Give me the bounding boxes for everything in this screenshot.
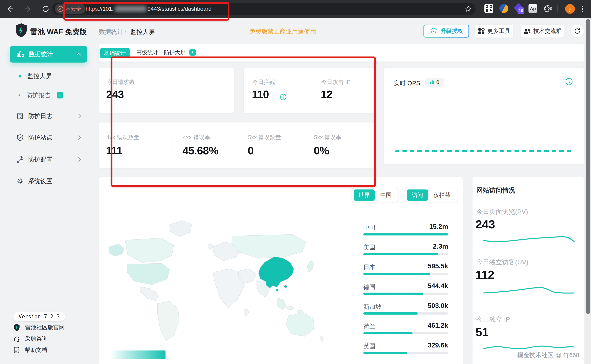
country-value: 2.3m — [433, 242, 448, 250]
gear-icon — [17, 178, 24, 185]
community-label: 技术交流群 — [533, 27, 562, 35]
tab-protection-screen[interactable]: 防护大屏 — [164, 47, 186, 58]
stat-label: 4xx 错误数量 — [106, 134, 139, 141]
stat-label: 今日请求数 — [107, 78, 135, 86]
country-bar-fill — [363, 332, 413, 334]
stat-label: 今日拦截 — [252, 78, 275, 86]
extension-swirl-icon[interactable] — [499, 4, 508, 13]
info-icon[interactable] — [280, 94, 287, 100]
country-row[interactable]: 德国544.4k — [363, 281, 448, 301]
country-row[interactable]: 中国15.2m — [363, 222, 448, 242]
world-map[interactable] — [103, 217, 333, 356]
shield-check-icon — [17, 134, 24, 141]
bookmark-star-icon[interactable] — [465, 5, 472, 13]
sidebar-item-label: 防护日志 — [28, 112, 73, 120]
sidebar-item-protection-report[interactable]: 防护报告 — [10, 88, 87, 102]
country-bar-track — [363, 332, 448, 334]
pro-lightning-badge-icon — [57, 92, 63, 98]
country-row[interactable]: 新加坡503.0k — [363, 301, 448, 321]
sidebar-item-label: 监控大屏 — [27, 72, 52, 80]
country-name: 日本 — [363, 263, 375, 271]
sidebar-item-protected-sites[interactable]: 防护站点 — [10, 130, 87, 145]
sidebar-link-docs[interactable]: 帮助文档 — [13, 344, 94, 356]
stat-label: 今日攻击 IP — [321, 78, 351, 86]
ip-value: 51 — [476, 325, 489, 339]
version-badge: Version 7.2.3 — [13, 312, 65, 321]
mode-toggle: 访问 仅拦截 — [405, 188, 457, 202]
browser-profile-avatar[interactable]: j — [565, 4, 575, 14]
upgrade-license-button[interactable]: 升级授权 — [423, 25, 469, 38]
country-row[interactable]: 日本595.5k — [363, 261, 448, 281]
url-text[interactable]: https://101.9443/statistics/dashboard — [85, 3, 211, 15]
stat-value: 45.68% — [183, 144, 218, 157]
chevron-up-icon — [77, 53, 81, 58]
sidebar-item-protection-logs[interactable]: 防护日志 — [10, 109, 87, 123]
region-toggle-china[interactable]: 中国 — [375, 191, 396, 199]
tab-advanced-stats[interactable]: 高级统计 — [137, 47, 158, 58]
sidebar-item-label: 防护站点 — [28, 134, 73, 142]
uv-label: 今日独立访客(UV) — [476, 258, 528, 267]
more-tools-button[interactable]: 更多工具 — [475, 25, 513, 38]
breadcrumb-page: 监控大屏 — [130, 28, 155, 36]
stat-value: 111 — [106, 144, 122, 157]
region-toggle-world[interactable]: 世界 — [354, 189, 375, 201]
mode-toggle-block-only[interactable]: 仅拦截 — [429, 191, 455, 199]
refresh-button[interactable] — [571, 25, 584, 38]
doc-icon — [13, 347, 20, 353]
uv-sparkline — [482, 282, 575, 295]
country-value: 503.0k — [428, 302, 448, 310]
extension-badge-count: 10 — [518, 7, 524, 14]
breadcrumb-section[interactable]: 数据统计 — [99, 28, 123, 36]
country-bar-track — [363, 253, 448, 255]
country-bar-track — [363, 312, 448, 315]
ip-sparkline — [482, 339, 575, 352]
extension-purple-icon[interactable]: 10 — [514, 4, 522, 11]
country-name: 新加坡 — [363, 303, 381, 311]
tab-basic-stats[interactable]: 基础统计 — [100, 48, 130, 58]
country-value: 544.4k — [428, 282, 448, 290]
country-row[interactable]: 英国329.6k — [363, 341, 448, 360]
sidebar-item-label: 防护配置 — [28, 155, 73, 164]
extensions-puzzle-icon[interactable] — [543, 4, 553, 13]
stat-label: 5xx 错误率 — [314, 134, 341, 141]
extension-qr-icon[interactable] — [484, 4, 493, 13]
browser-toolbar: 不安全 https://101.9443/statistics/dashboar… — [0, 0, 591, 18]
not-secure-label: 不安全 — [66, 6, 81, 13]
scrollbar-thumb[interactable] — [586, 19, 590, 314]
browser-forward-icon[interactable] — [24, 5, 32, 13]
footer-link-label: 帮助文档 — [25, 346, 47, 354]
country-bar-fill — [363, 312, 418, 315]
country-row[interactable]: 美国2.3m — [363, 242, 448, 261]
sidebar-link-purchase[interactable]: 采购咨询 — [13, 333, 94, 344]
country-row[interactable]: 荷兰461.2k — [363, 321, 448, 341]
country-value: 461.2k — [428, 322, 448, 329]
extension-ap-icon[interactable]: Ap — [528, 4, 537, 13]
mode-toggle-visit[interactable]: 访问 — [407, 189, 428, 201]
browser-back-icon[interactable] — [6, 5, 14, 13]
sidebar-item-label: 数据统计 — [29, 50, 73, 58]
stat-value: 12 — [321, 88, 332, 100]
chevron-right-icon — [77, 157, 81, 162]
mini-bars-icon — [430, 80, 434, 84]
toolbar-divider — [558, 5, 558, 13]
mini-shield-logo-icon — [13, 324, 20, 331]
sidebar-item-system-settings[interactable]: 系统设置 — [10, 174, 87, 188]
not-secure-badge[interactable]: 不安全 — [55, 4, 85, 14]
tools-icon — [17, 156, 24, 163]
browser-reload-icon[interactable] — [42, 5, 50, 13]
history-icon[interactable] — [565, 78, 573, 86]
sidebar-item-data-stats[interactable]: 数据统计 — [10, 46, 87, 63]
browser-menu-kebab-icon[interactable] — [582, 5, 583, 13]
stat-label: 5xx 错误数量 — [248, 134, 281, 141]
sidebar-item-monitor-dashboard[interactable]: 监控大屏 — [10, 69, 87, 83]
community-button[interactable]: 技术交流群 — [521, 25, 564, 38]
realtime-qps-card: 实时 QPS — [384, 68, 584, 164]
sidebar-item-protection-config[interactable]: 防护配置 — [10, 152, 87, 166]
qps-value-badge[interactable]: 0 — [425, 78, 444, 87]
card-divider — [239, 132, 239, 158]
sidebar-link-official-site[interactable]: 雷池社区版官网 — [13, 322, 94, 333]
headset-icon — [13, 335, 20, 342]
address-bar[interactable]: 不安全 https://101.9443/statistics/dashboar… — [52, 3, 476, 15]
today-requests-card: 今日请求数 243 — [99, 68, 234, 113]
uv-value: 112 — [476, 268, 494, 281]
